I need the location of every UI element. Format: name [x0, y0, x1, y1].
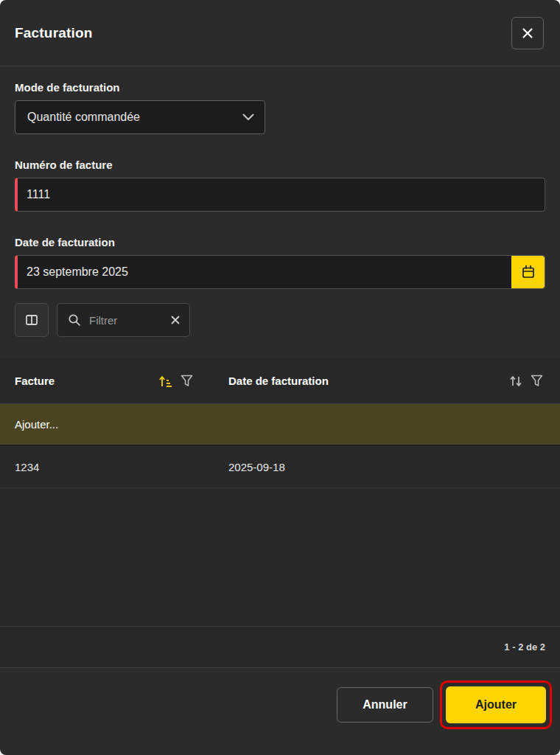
invoice-number-textbox: [15, 178, 545, 212]
grid-toolbar: [15, 303, 545, 358]
cell-facture[interactable]: 1234: [0, 446, 228, 487]
date-picker-button[interactable]: [511, 256, 545, 288]
funnel-icon[interactable]: [181, 375, 193, 387]
invoice-number-input[interactable]: [18, 178, 545, 211]
grid-header-row: Facture: [0, 358, 560, 404]
mode-field: Mode de facturation Quantité commandée: [15, 81, 545, 134]
chevron-down-icon: [242, 114, 254, 121]
filter-box: [57, 303, 190, 337]
mode-label: Mode de facturation: [15, 81, 545, 94]
invoices-grid: Facture: [0, 358, 560, 668]
invoice-date-field: Date de facturation: [15, 236, 545, 289]
mode-select[interactable]: Quantité commandée: [15, 100, 265, 134]
dialog-body: Mode de facturation Quantité commandée N…: [0, 66, 560, 358]
pager-info: 1 - 2 de 2: [504, 641, 545, 653]
close-icon: [521, 27, 534, 40]
cancel-button[interactable]: Annuler: [337, 687, 433, 723]
column-chooser-icon: [24, 313, 39, 327]
dialog-footer: Annuler Ajouter: [0, 668, 560, 741]
cell-date[interactable]: 2025-09-18: [228, 446, 560, 487]
column-header-label: Date de facturation: [228, 375, 329, 387]
filter-input[interactable]: [88, 313, 164, 327]
add-button[interactable]: Ajouter: [446, 686, 546, 723]
grid-new-row[interactable]: Ajouter...: [0, 404, 560, 446]
grid-empty-area: [0, 488, 560, 626]
grid-data-row[interactable]: 1234 2025-09-18: [0, 446, 560, 488]
dialog-header: Facturation: [0, 0, 560, 66]
invoice-number-field: Numéro de facture: [15, 159, 545, 212]
funnel-icon[interactable]: [531, 375, 543, 387]
facturation-dialog: Facturation Mode de facturation Quantité…: [0, 0, 560, 755]
invoice-date-input[interactable]: [18, 256, 511, 288]
invoice-date-label: Date de facturation: [15, 236, 545, 248]
invoice-number-label: Numéro de facture: [15, 159, 545, 171]
column-chooser-button[interactable]: [15, 303, 49, 337]
close-button[interactable]: [511, 17, 544, 49]
sort-updown-icon[interactable]: [508, 375, 523, 388]
red-highlight-outline: Ajouter: [440, 681, 552, 729]
mode-select-value: Quantité commandée: [27, 111, 140, 124]
invoice-date-textbox: [15, 255, 545, 289]
calendar-icon: [520, 264, 536, 280]
new-row-cell-date[interactable]: [228, 404, 560, 445]
column-header-date[interactable]: Date de facturation: [228, 358, 560, 403]
new-row-cell[interactable]: Ajouter...: [0, 404, 228, 445]
column-header-label: Facture: [15, 375, 55, 387]
search-icon: [68, 313, 81, 327]
sort-ascending-icon[interactable]: [158, 375, 173, 388]
page-title: Facturation: [15, 25, 93, 41]
column-header-facture[interactable]: Facture: [0, 358, 228, 403]
clear-filter-icon[interactable]: [170, 315, 181, 325]
grid-pager: 1 - 2 de 2: [0, 626, 560, 668]
